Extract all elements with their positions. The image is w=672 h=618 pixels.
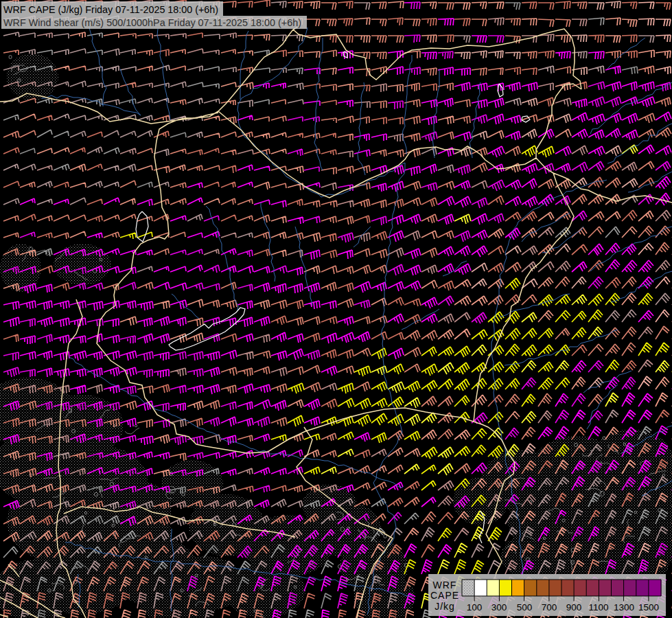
svg-text:500: 500 <box>517 602 533 613</box>
svg-text:100: 100 <box>467 602 483 613</box>
svg-text:1300: 1300 <box>614 602 634 613</box>
svg-text:WRF CAPE (J/kg) Friday 07-11-2: WRF CAPE (J/kg) Friday 07-11-2025 18:00 … <box>3 4 218 15</box>
svg-text:900: 900 <box>566 602 582 613</box>
svg-text:700: 700 <box>542 602 557 613</box>
svg-text:J/kg: J/kg <box>435 601 455 612</box>
svg-text:CAPE: CAPE <box>430 590 459 601</box>
svg-text:300: 300 <box>491 602 507 613</box>
svg-text:1100: 1100 <box>588 602 608 613</box>
svg-text:1500: 1500 <box>638 602 659 613</box>
svg-text:WRF: WRF <box>433 580 457 591</box>
svg-text:WRF Wind shear (m/s) 500/1000h: WRF Wind shear (m/s) 500/1000hPa Friday … <box>3 17 301 28</box>
